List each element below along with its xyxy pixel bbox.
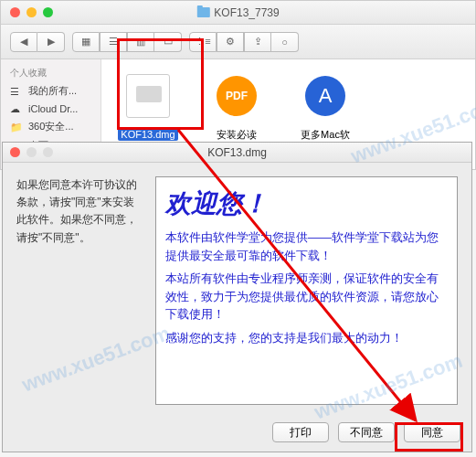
close-icon[interactable] — [10, 147, 20, 157]
toolbar: ◀ ▶ ▦ ☰ ▥ ▭ ⋮≡ ⚙ ⇪ ○ — [1, 25, 475, 59]
welcome-title: 欢迎您！ — [165, 186, 448, 221]
folder-icon — [196, 7, 209, 17]
print-button[interactable]: 打印 — [272, 422, 329, 442]
dialog-title: KOF13.dmg — [207, 146, 267, 159]
share-button[interactable]: ⇪ — [244, 32, 271, 52]
sidebar-header: 个人收藏 — [1, 65, 100, 81]
pdf-icon: PDF — [217, 76, 257, 116]
forward-button[interactable]: ▶ — [37, 32, 65, 52]
sidebar-item-360[interactable]: 📁360安全... — [1, 117, 100, 136]
highlight-box — [117, 38, 204, 130]
minimize-icon[interactable] — [26, 7, 37, 17]
license-dialog: KOF13.dmg 如果您同意本许可协议的条款，请按"同意"来安装此软件。如果您… — [2, 142, 472, 452]
tags-button[interactable]: ○ — [271, 32, 299, 52]
sidebar-item-icloud[interactable]: ☁iCloud Dr... — [1, 101, 100, 117]
appstore-icon: A — [305, 76, 345, 116]
folder-icon: 📁 — [10, 122, 23, 133]
license-instruction: 如果您同意本许可协议的条款，请按"同意"来安装此软件。如果您不同意，请按"不同意… — [16, 176, 144, 405]
zoom-icon — [43, 147, 53, 157]
cloud-icon: ☁ — [10, 103, 23, 114]
sidebar-item-all[interactable]: ☰我的所有... — [1, 81, 100, 101]
close-icon[interactable] — [10, 7, 20, 17]
view-icon-button[interactable]: ▦ — [72, 32, 100, 52]
finder-titlebar: KOF13_7739 — [1, 1, 475, 25]
highlight-box — [395, 422, 463, 452]
disagree-button[interactable]: 不同意 — [338, 422, 395, 442]
all-icon: ☰ — [10, 86, 23, 97]
back-button[interactable]: ◀ — [10, 32, 37, 52]
window-title: KOF13_7739 — [214, 6, 279, 19]
zoom-icon[interactable] — [43, 7, 53, 17]
license-content: 欢迎您！ 本软件由软件学堂为您提供——软件学堂下载站为您提供最安全最可靠的软件下… — [155, 176, 458, 405]
minimize-icon — [26, 147, 37, 157]
action-button[interactable]: ⚙ — [217, 32, 244, 52]
